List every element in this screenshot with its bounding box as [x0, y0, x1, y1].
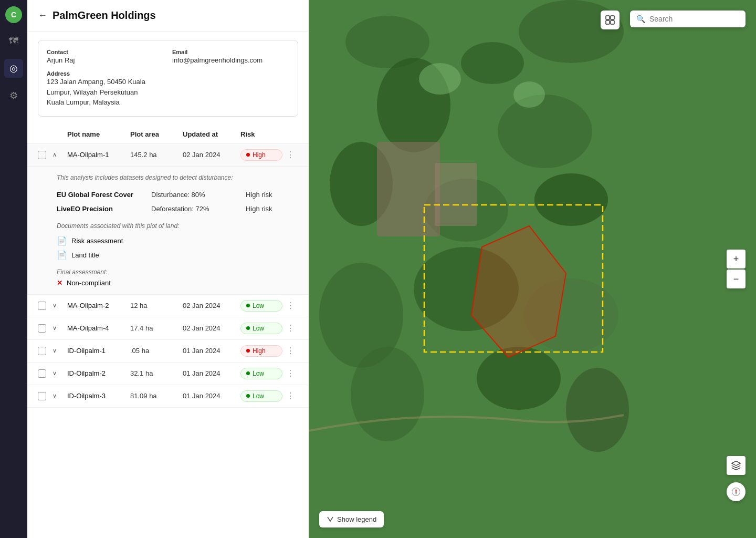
- back-button[interactable]: ←: [38, 10, 47, 21]
- risk-dot-1: [246, 153, 250, 157]
- map-area[interactable]: 🔍 + −: [309, 0, 756, 538]
- sidebar-header: ← PalmGreen Holdings: [27, 0, 309, 32]
- search-input[interactable]: [649, 15, 739, 23]
- plot-row-id-oilpalm-1[interactable]: ∨ ID-Oilpalm-1 .05 ha 01 Jan 2024 High ⋮: [27, 340, 309, 363]
- svg-point-10: [513, 81, 545, 108]
- risk-badge-4: High: [240, 345, 282, 357]
- expand-icon-1: ∧: [52, 151, 67, 158]
- expand-icon-3: ∨: [52, 325, 67, 332]
- risk-dot-3: [246, 326, 250, 330]
- svg-rect-12: [435, 163, 477, 226]
- address-label: Address: [47, 70, 289, 77]
- more-btn-5[interactable]: ⋮: [282, 368, 298, 378]
- analysis-row-2: LiveEO Precision Deforestation: 72% High…: [57, 202, 298, 216]
- svg-point-2: [461, 42, 524, 84]
- svg-point-8: [534, 173, 608, 226]
- plot-area-4: .05 ha: [130, 347, 183, 355]
- col-risk: Risk: [240, 130, 282, 138]
- doc-item-risk[interactable]: 📄 Risk assessment: [57, 234, 298, 248]
- non-compliant-text: Non-compliant: [67, 279, 111, 287]
- plot-area-5: 32.1 ha: [130, 369, 183, 377]
- email-label: Email: [172, 49, 289, 55]
- risk-dot-6: [246, 394, 250, 398]
- risk-dot-4: [246, 349, 250, 353]
- risk-badge-2: Low: [240, 300, 282, 312]
- layers-button[interactable]: [727, 456, 746, 475]
- svg-rect-23: [606, 20, 610, 24]
- col-plot-name: Plot name: [67, 130, 130, 138]
- dataset-label-1: EU Global Forest Cover: [57, 191, 151, 199]
- plot-checkbox-3[interactable]: [38, 324, 46, 333]
- company-info-card: Contact Arjun Raj Email info@palmgreenho…: [38, 40, 298, 117]
- final-assessment-label: Final assessment:: [57, 268, 298, 276]
- analysis-row-1: EU Global Forest Cover Disturbance: 80% …: [57, 188, 298, 202]
- expand-icon-2: ∨: [52, 302, 67, 309]
- email-value: info@palmgreenholdings.com: [172, 56, 289, 64]
- more-btn-2[interactable]: ⋮: [282, 301, 298, 311]
- more-btn-4[interactable]: ⋮: [282, 346, 298, 356]
- show-legend-button[interactable]: Show legend: [319, 511, 384, 527]
- plot-area-3: 17.4 ha: [130, 324, 183, 332]
- plot-checkbox-4[interactable]: [38, 347, 46, 355]
- document-icon-2: 📄: [57, 250, 67, 260]
- plot-name-3: MA-Oilpalm-4: [67, 324, 130, 332]
- final-assessment-value: ✕ Non-compliant: [57, 279, 298, 287]
- risk-badge-6: Low: [240, 390, 282, 402]
- zoom-out-button[interactable]: −: [727, 270, 746, 288]
- table-header: Plot name Plot area Updated at Risk: [27, 125, 309, 144]
- plot-row-ma-oilpalm-1[interactable]: ∧ MA-Oilpalm-1 145.2 ha 02 Jan 2024 High…: [27, 144, 309, 167]
- plot-checkbox-2[interactable]: [38, 302, 46, 310]
- expand-icon-5: ∨: [52, 370, 67, 377]
- zoom-controls: + −: [727, 250, 746, 288]
- plot-name-2: MA-Oilpalm-2: [67, 302, 130, 309]
- x-icon: ✕: [57, 279, 62, 287]
- doc-label-1: Risk assessment: [71, 237, 123, 245]
- map-expand-button[interactable]: [601, 11, 620, 29]
- more-btn-6[interactable]: ⋮: [282, 391, 298, 401]
- expand-icon-4: ∨: [52, 347, 67, 354]
- risk-badge-3: Low: [240, 323, 282, 334]
- risk-badge-1: High: [240, 149, 282, 161]
- plot-row-id-oilpalm-3[interactable]: ∨ ID-Oilpalm-3 81.09 ha 01 Jan 2024 Low …: [27, 385, 309, 408]
- dataset-label-2: LiveEO Precision: [57, 205, 151, 213]
- analysis-note: This analysis includes datasets designed…: [57, 174, 298, 181]
- dataset-value-2: Deforestation: 72%: [151, 205, 246, 213]
- settings-nav-button[interactable]: ⚙: [4, 86, 23, 105]
- col-plot-area: Plot area: [130, 130, 183, 138]
- show-legend-label: Show legend: [337, 515, 376, 523]
- plot-row-ma-oilpalm-4[interactable]: ∨ MA-Oilpalm-4 17.4 ha 02 Jan 2024 Low ⋮: [27, 317, 309, 340]
- zoom-in-button[interactable]: +: [727, 250, 746, 268]
- risk-badge-5: Low: [240, 368, 282, 379]
- more-btn-1[interactable]: ⋮: [282, 150, 298, 160]
- map-nav-icon[interactable]: 🗺: [4, 32, 23, 50]
- plot-area-1: 145.2 ha: [130, 151, 183, 159]
- app-logo[interactable]: C: [5, 6, 22, 23]
- address-value: 123 Jalan Ampang, 50450 KualaLumpur, Wil…: [47, 77, 289, 108]
- expanded-detail-section: This analysis includes datasets designed…: [27, 167, 309, 295]
- plot-date-3: 02 Jan 2024: [183, 324, 240, 332]
- doc-label-2: Land title: [71, 251, 99, 259]
- plot-name-6: ID-Oilpalm-3: [67, 392, 130, 400]
- plot-date-2: 02 Jan 2024: [183, 302, 240, 309]
- expand-icon-6: ∨: [52, 392, 67, 399]
- contact-value: Arjun Raj: [47, 56, 164, 64]
- map-search-box[interactable]: 🔍: [630, 11, 746, 27]
- plot-checkbox-5[interactable]: [38, 369, 46, 378]
- docs-note: Documents associated with this plot of l…: [57, 222, 298, 230]
- plot-name-1: MA-Oilpalm-1: [67, 151, 130, 159]
- page-title: PalmGreen Holdings: [52, 9, 156, 22]
- dataset-risk-2: High risk: [246, 205, 298, 213]
- plot-row-ma-oilpalm-2[interactable]: ∨ MA-Oilpalm-2 12 ha 02 Jan 2024 Low ⋮: [27, 295, 309, 317]
- svg-rect-22: [611, 16, 614, 19]
- plot-checkbox-1[interactable]: [38, 151, 46, 159]
- col-updated-at: Updated at: [183, 130, 240, 138]
- layers-nav-button[interactable]: ◎: [4, 59, 23, 78]
- more-btn-3[interactable]: ⋮: [282, 323, 298, 333]
- doc-item-land[interactable]: 📄 Land title: [57, 248, 298, 262]
- plot-date-6: 01 Jan 2024: [183, 392, 240, 400]
- plot-checkbox-6[interactable]: [38, 392, 46, 400]
- plot-name-4: ID-Oilpalm-1: [67, 347, 130, 355]
- compass-button[interactable]: [727, 482, 746, 501]
- search-icon: 🔍: [636, 15, 645, 23]
- plot-row-id-oilpalm-2[interactable]: ∨ ID-Oilpalm-2 32.1 ha 01 Jan 2024 Low ⋮: [27, 363, 309, 385]
